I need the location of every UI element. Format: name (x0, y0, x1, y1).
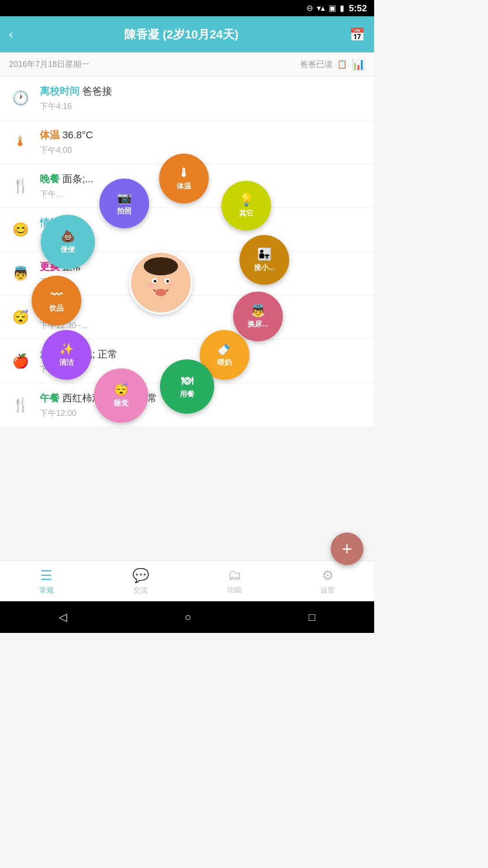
feed-title-diaper: 更换 正常 (40, 260, 365, 274)
status-bar: ⊖ ▾▴ ▣ ▮ 5:52 (0, 0, 374, 16)
bottom-nav: ☰ 常规 💬 交流 🗂 功能 ⚙ 设置 (0, 561, 374, 601)
minus-circle-icon: ⊖ (306, 3, 313, 13)
date-row: 2016年7月18日星期一 爸爸已读 📋 📊 (0, 52, 374, 76)
settings-icon: ⚙ (322, 567, 334, 583)
chart-button[interactable]: 📊 (352, 58, 365, 71)
date-label: 2016年7月18日星期一 (9, 59, 89, 70)
plus-icon: + (342, 539, 352, 559)
feed-time-lunch: 下午12:00 (40, 408, 365, 419)
nav-label-chat: 交流 (133, 586, 148, 595)
lunch-icon: 🍴 (9, 393, 32, 416)
read-status: 爸爸已读 (300, 59, 333, 70)
function-icon: 🗂 (228, 567, 241, 583)
utensils-icon: 🍴 (9, 174, 32, 197)
radial-other-button[interactable]: 💡 其它 (221, 181, 271, 231)
feed-content-diaper: 更换 正常 下午... (40, 260, 365, 287)
feed-title-sleep: 睡觉 (40, 304, 365, 317)
radial-photo-button[interactable]: 📷 拍照 (99, 179, 149, 228)
feed-item-departure[interactable]: 🕐 离校时间 爸爸接 下午4:16 (0, 76, 374, 120)
clock-icon: 🕐 (9, 86, 32, 109)
radial-drink-button[interactable]: 〰 饮品 (32, 276, 81, 326)
back-button[interactable]: ‹ (9, 27, 13, 42)
feed-title-departure: 离校时间 爸爸接 (40, 85, 365, 98)
recent-button[interactable]: □ (309, 611, 315, 623)
nav-item-chat[interactable]: 💬 交流 (132, 567, 149, 595)
fork-spoon-icon: 🍽 (181, 374, 193, 388)
system-nav: ◁ ○ □ (0, 601, 374, 633)
poop-icon: 💩 (61, 229, 75, 243)
feed-time-sleep: 下午12:30~... (40, 320, 365, 331)
calendar-button[interactable]: 📅 (349, 27, 365, 42)
camera-icon: 📷 (117, 191, 131, 205)
feed-title-temperature: 体温 36.8°C (40, 128, 365, 142)
radial-temperature-button[interactable]: 🌡 体温 (159, 154, 209, 203)
diaper-icon: 👼 (251, 304, 265, 318)
sleep-radial-icon: 😴 (114, 383, 128, 397)
radial-sleep-button[interactable]: 😴 睡觉 (94, 368, 148, 423)
nav-item-routine[interactable]: ☰ 常规 (39, 567, 54, 595)
chat-icon: 💬 (132, 567, 149, 583)
baby-icon: 👼 (9, 262, 32, 284)
lightbulb-icon: 💡 (239, 193, 253, 207)
radial-clean-button[interactable]: ✨ 清洁 (42, 330, 91, 380)
feed-time-departure: 下午4:16 (40, 101, 365, 112)
status-time: 5:52 (349, 3, 367, 14)
radial-diaper-button[interactable]: 👼 换尿... (233, 292, 283, 341)
feed-time-diaper: 下午... (40, 276, 365, 287)
nav-item-settings[interactable]: ⚙ 设置 (320, 567, 335, 595)
sparkle-icon: ✨ (59, 342, 74, 356)
feed-content-temperature: 体温 36.8°C 下午4:00 (40, 128, 365, 156)
page-title: 陳香凝 (2岁10月24天) (124, 27, 239, 42)
fruit-icon: 🍎 (9, 349, 32, 372)
date-right: 爸爸已读 📋 📊 (300, 58, 365, 71)
pickup-icon: 👨‍👧 (257, 247, 272, 261)
bottle-icon: 🍼 (217, 342, 232, 356)
mood-icon: 😊 (9, 218, 32, 241)
radial-poop-button[interactable]: 💩 便便 (41, 215, 95, 269)
status-icons: ⊖ ▾▴ ▣ ▮ (306, 3, 344, 13)
back-system-button[interactable]: ◁ (59, 611, 67, 623)
nav-label-settings: 设置 (320, 586, 335, 595)
sleep-icon: 😴 (9, 306, 32, 328)
thermometer-radial-icon: 🌡 (178, 166, 190, 180)
thermometer-icon: 🌡 (9, 130, 32, 153)
battery-icon: ▮ (340, 3, 344, 13)
home-button[interactable]: ○ (184, 611, 191, 623)
list-icon: ☰ (40, 567, 52, 583)
wave-icon: 〰 (51, 288, 62, 302)
radial-meal-button[interactable]: 🍽 用餐 (160, 359, 214, 414)
nav-label-function: 功能 (227, 585, 242, 595)
feed-time-temperature: 下午4:00 (40, 145, 365, 156)
read-icon: 📋 (337, 59, 347, 69)
header: ‹ 陳香凝 (2岁10月24天) 📅 (0, 16, 374, 52)
nav-item-function[interactable]: 🗂 功能 (227, 567, 242, 595)
wifi-icon: ▾▴ (317, 3, 325, 13)
feed-content-departure: 离校时间 爸爸接 下午4:16 (40, 85, 365, 112)
signal-icon: ▣ (328, 3, 336, 13)
fab-add-button[interactable]: + (331, 533, 363, 565)
radial-pickup-button[interactable]: 👨‍👧 接小... (239, 235, 289, 285)
nav-label-routine: 常规 (39, 586, 54, 595)
feed-content-sleep: 睡觉 下午12:30~... (40, 304, 365, 331)
